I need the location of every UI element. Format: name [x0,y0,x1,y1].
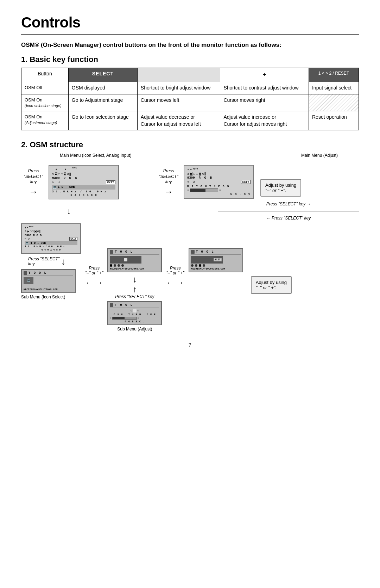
row1-label: OSM Off [21,82,69,94]
col-blank [137,68,220,82]
row3-label: OSM On(Adjustment stage) [21,111,69,130]
press-minus-plus-1: Press"–" or " +" [85,266,103,276]
row1-col5: Input signal select [309,82,359,94]
basic-key-function-table: Button SELECT + 1 < > 2 / RESET OSM Off … [21,68,359,131]
row3-col5: Reset operation [309,111,359,130]
row3-col4: Adjust value increase orCursor for adjus… [220,111,309,130]
screen-main-adjust: ☀ ● AUTO 3 ■ □ □ ■ ⚙‖ 9300 R G B ≈ ↺ EXI… [184,165,254,199]
row2-col3: Cursor moves left [137,94,220,111]
page-subtitle: OSM® (On-Screen Manager) control buttons… [21,41,359,49]
title-divider [21,34,359,35]
press-select-sub-label: Press "SELECT"key [28,256,59,266]
section2-title: 2. OSM structure [21,140,359,149]
tool-screen-2: T O O L NECDISPLAYSOLUTIONS.COM [107,248,162,272]
row2-label: OSM On(Icon selection stage) [21,94,69,111]
tool-footer-2: NECDISPLAYSOLUTIONS.COM [110,268,159,270]
press-select-mid-down: ← Press "SELECT" key [266,216,311,221]
arrow-down-left-icon: ↓ [67,206,71,216]
table-row: OSM On(Icon selection stage) Go to Adjus… [21,94,359,111]
tool-footer-1: NECDISPLAYSOLUTIONS.COM [24,289,73,291]
screen-small-left: ☀● AUTO 3 ■ □ □ ■ ⚙‖ 9300 R G B ≈ ↺ EXIT… [21,223,81,254]
table-row: OSM On(Adjustment stage) Go to Icon sele… [21,111,359,130]
col-plus: + [220,68,309,82]
page-number: 7 [21,342,359,348]
sec-label: 4 6 5 E C . [110,320,159,323]
main-menu-label2: Main Menu (Adjust) [301,153,338,159]
arrow-right-icon2: → [156,186,181,197]
press-select-label-right: Press"SELECT"key [156,168,181,185]
arrow-left-tool2-icon: ← [166,278,174,287]
row1-col3: Shortcut to bright adjust window [137,82,220,94]
arrow-right-icon: → [21,186,46,197]
press-select-mid-up: Press "SELECT" key → [266,202,311,206]
col-select: SELECT [68,68,137,82]
arrow-down-sub-icon: ↓ [61,256,65,267]
col-button: Button [21,68,69,82]
section1-title: 1. Basic key function [21,55,359,64]
row1-col2: OSM displayed [68,82,137,94]
arrow-down-mid-icon: ↓ [133,274,137,284]
col-reset: 1 < > 2 / RESET [309,68,359,82]
row3-col2: Go to Icon selection stage [68,111,137,130]
arrow-right-tool2-icon: → [176,278,184,287]
tool-screen-1: T O O L 💻 NECDISPLAYSOLUTIONS.COM [21,269,76,293]
arrow-left-tool-icon: ← [86,278,93,287]
row2-col5 [309,94,359,111]
press-select-label-left: Press"SELECT"key [21,168,46,185]
press-minus-plus-2: Press"–" or " +" [166,266,184,276]
page-title: Controls [21,14,359,31]
arrow-right-tool-icon: → [95,278,103,287]
row3-col3: Adjust value decrease orCursor for adjus… [137,111,220,130]
adjust-box-2: Adjust by using"–" or " +". [251,276,292,294]
tool-footer-3: NECDISPLAYSOLUTIONS.COM [191,268,241,270]
sub-menu-adjust-screen: T O O L ○ ○ O S M T U R N O F F ○ ○ 4 6 … [107,301,162,325]
row1-col4: Shortcut to contrast adjust window [220,82,309,94]
adjust-box-1: Adjust by using"–" or " +". [260,179,301,197]
sub-menu-icon-caption: Sub Menu (Icon Select) [21,295,65,299]
table-row: OSM Off OSM displayed Shortcut to bright… [21,82,359,94]
screen-main-icon-select: ☀ ● AUTO 3 ■ □ □ ■ ⚙‖ 9300 R G B ≈ ↺ EXI… [49,165,119,199]
osm-diagram: Main Menu (Icon Select, Analog Input) Ma… [21,153,359,332]
dots-row-3 [191,264,241,267]
main-menu-label1: Main Menu (Icon Select, Analog Input) [60,153,131,159]
sub-menu-adjust-caption: Sub Menu (Adjust) [117,327,152,332]
osm-turnoff-label: O S M T U R N O F F [110,313,159,316]
press-select-sub-mid: Press "SELECT" key [115,294,154,299]
dots-row [110,264,159,267]
arrow-up-mid-icon: ↑ [133,284,137,294]
tool-screen-3: T O O L EXIT NECDISPLAYSOLUTIONS.COM [189,248,243,272]
row2-col2: Go to Adjustment stage [68,94,137,111]
row2-col4: Cursor moves right [220,94,309,111]
